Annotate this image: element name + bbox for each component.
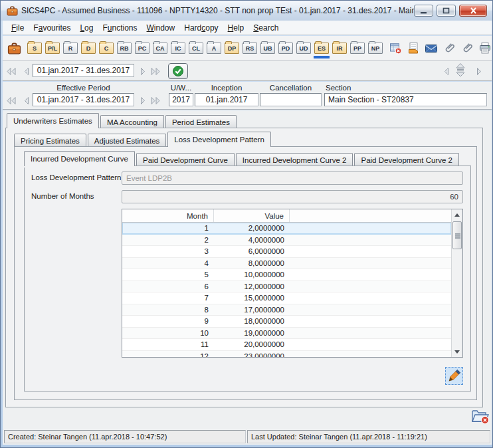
- mail-icon[interactable]: [425, 42, 438, 55]
- tabs-level2: Pricing EstimatesAdjusted EstimatesLoss …: [14, 132, 272, 147]
- tab-paid-development-curve-2[interactable]: Paid Development Curve 2: [354, 153, 458, 166]
- previous-period-icon[interactable]: [20, 94, 32, 107]
- main-content: Underwriters EstimatesMA AccountingPerio…: [3, 110, 492, 427]
- close-folder-button[interactable]: [471, 407, 490, 427]
- attachment-icon[interactable]: [443, 42, 456, 55]
- toolbar-button-r[interactable]: R: [63, 43, 78, 54]
- table-row[interactable]: 24,0000000: [122, 235, 451, 247]
- scroll-up-icon[interactable]: [452, 209, 462, 220]
- period-nav-field[interactable]: 01.jan.2017 - 31.des.2017: [33, 64, 134, 77]
- toolbar-button-dp[interactable]: DP: [225, 43, 239, 54]
- notes-icon[interactable]: [407, 42, 420, 55]
- scrollbar-thumb[interactable]: [452, 221, 462, 249]
- app-window: SICS4PC - Assumed Business - 111096 - NP…: [0, 0, 493, 448]
- inception-label: Inception: [195, 84, 258, 92]
- next-record-icon[interactable]: [137, 64, 149, 78]
- loss-development-pattern-panel: Incurred Development CurvePaid Developme…: [14, 146, 477, 400]
- table-row[interactable]: 1019,0000000: [122, 328, 451, 340]
- menu-file[interactable]: File: [7, 22, 29, 34]
- cell-month: 2: [122, 235, 214, 246]
- print-icon[interactable]: [478, 42, 492, 55]
- cancellation-field[interactable]: [260, 93, 322, 106]
- toolbar-button-es[interactable]: ES: [314, 43, 329, 54]
- tab-period-estimates[interactable]: Period Estimates: [165, 115, 237, 128]
- record-navigation-row: 01.jan.2017 - 31.des.2017: [3, 61, 492, 81]
- maximize-icon: [443, 7, 450, 14]
- delete-record-icon[interactable]: [389, 42, 402, 55]
- sort-toggle-icon[interactable]: [454, 63, 466, 76]
- inception-field[interactable]: 01.jan.2017: [195, 93, 258, 106]
- menu-favourites[interactable]: Favourites: [29, 22, 75, 34]
- toolbar-button-cl[interactable]: CL: [189, 43, 203, 54]
- scroll-down-icon[interactable]: [452, 346, 462, 357]
- table-row[interactable]: 918,0000000: [122, 316, 451, 328]
- attachment2-icon[interactable]: [460, 42, 474, 55]
- cell-filler: [290, 328, 451, 339]
- table-row[interactable]: 12,0000000: [122, 223, 451, 235]
- title-bar: SICS4PC - Assumed Business - 111096 - NP…: [1, 1, 492, 21]
- tab-incurred-development-curve[interactable]: Incurred Development Curve: [24, 151, 135, 166]
- last-record-icon[interactable]: [149, 64, 161, 78]
- scroll-right-icon[interactable]: [473, 64, 485, 78]
- close-button[interactable]: [459, 5, 487, 17]
- tab-underwriters-estimates[interactable]: Underwriters Estimates: [7, 113, 99, 128]
- toolbar-button-rb[interactable]: RB: [117, 43, 132, 54]
- toolbar-button-pd[interactable]: PD: [278, 43, 293, 54]
- table-row[interactable]: 36,0000000: [122, 246, 451, 258]
- tab-adjusted-estimates[interactable]: Adjusted Estimates: [88, 134, 166, 147]
- table-row[interactable]: 48,0000000: [122, 258, 451, 270]
- toolbar-button-ca[interactable]: CA: [153, 43, 167, 54]
- table-row[interactable]: 817,0000000: [122, 304, 451, 316]
- next-period-icon[interactable]: [137, 94, 149, 107]
- toolbar-button-s[interactable]: S: [27, 43, 42, 54]
- table-row[interactable]: 715,0000000: [122, 292, 451, 304]
- first-period-icon[interactable]: [5, 94, 17, 107]
- first-record-icon[interactable]: [5, 64, 17, 78]
- cell-month: 10: [122, 328, 214, 339]
- cell-month: 8: [122, 304, 214, 316]
- tab-loss-development-pattern[interactable]: Loss Development Pattern: [167, 132, 271, 147]
- menu-help[interactable]: Help: [223, 22, 249, 34]
- menu-log[interactable]: Log: [75, 22, 98, 34]
- table-row[interactable]: 510,0000000: [122, 269, 451, 281]
- menu-window[interactable]: Window: [142, 22, 180, 34]
- tab-pricing-estimates[interactable]: Pricing Estimates: [14, 134, 86, 147]
- table-row[interactable]: 1120,0000000: [122, 339, 451, 351]
- table-row[interactable]: 1223,0000000: [122, 351, 451, 358]
- menu-functions[interactable]: Functions: [98, 22, 142, 34]
- column-header-value: Value: [214, 209, 290, 222]
- table-row[interactable]: 612,0000000: [122, 281, 451, 293]
- briefcase-toolbar-icon[interactable]: [7, 43, 21, 55]
- pattern-field[interactable]: Event LDP2B: [122, 171, 463, 185]
- last-period-icon[interactable]: [149, 94, 161, 107]
- toolbar-button-ub[interactable]: UB: [260, 43, 275, 54]
- section-field[interactable]: Main Section - ST20837: [324, 93, 487, 106]
- uw-year-field[interactable]: 2017: [169, 93, 193, 106]
- toolbar-button-ud[interactable]: UD: [296, 43, 311, 54]
- tab-paid-development-curve[interactable]: Paid Development Curve: [136, 153, 235, 166]
- edit-pattern-button[interactable]: [445, 367, 463, 385]
- toolbar-button-rs[interactable]: RS: [243, 43, 257, 54]
- toolbar-button-np[interactable]: NP: [368, 43, 383, 54]
- toolbar-button-p-l[interactable]: P/L: [45, 43, 60, 54]
- tab-incurred-development-curve-2[interactable]: Incurred Development Curve 2: [236, 153, 353, 166]
- menu-search[interactable]: Search: [248, 22, 283, 34]
- minimize-button[interactable]: [414, 5, 433, 17]
- toolbar-button-ic[interactable]: IC: [171, 43, 185, 54]
- table-scrollbar[interactable]: [451, 209, 462, 357]
- previous-record-icon[interactable]: [20, 64, 32, 78]
- toolbar-button-pp[interactable]: PP: [350, 43, 365, 54]
- toolbar-button-d[interactable]: D: [81, 43, 96, 54]
- tab-ma-accounting[interactable]: MA Accounting: [100, 115, 164, 128]
- toolbar-button-c[interactable]: C: [99, 43, 114, 54]
- maximize-button[interactable]: [437, 5, 456, 17]
- cell-value: 17,0000000: [214, 304, 290, 316]
- toolbar-button-a[interactable]: A: [207, 43, 221, 54]
- menu-hardcopy[interactable]: Hardcopy: [179, 22, 223, 34]
- months-field[interactable]: 60: [122, 190, 463, 203]
- scroll-left-icon[interactable]: [440, 64, 452, 78]
- toolbar-button-pc[interactable]: PC: [135, 43, 149, 54]
- confirm-button[interactable]: [168, 63, 188, 79]
- toolbar-button-ir[interactable]: IR: [332, 43, 347, 54]
- effective-period-field[interactable]: 01.jan.2017 - 31.des.2017: [33, 93, 134, 106]
